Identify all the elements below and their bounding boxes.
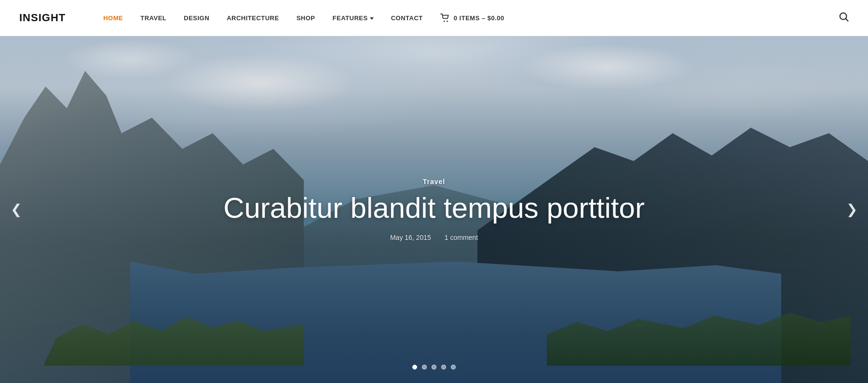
dot-4[interactable]: [441, 365, 446, 370]
slide-title[interactable]: Curabitur blandit tempus porttitor: [223, 192, 645, 224]
site-logo[interactable]: INSIGHT: [19, 12, 66, 24]
cart-icon: [440, 13, 450, 22]
slider-next-button[interactable]: ❯: [841, 196, 863, 224]
nav-item-home[interactable]: HOME: [95, 14, 132, 22]
slide-category: Travel: [223, 178, 645, 185]
cart-button[interactable]: 0 ITEMS – $0.00: [432, 13, 513, 22]
svg-point-1: [447, 21, 448, 22]
svg-point-2: [840, 13, 847, 20]
dot-2[interactable]: [422, 365, 427, 370]
svg-point-0: [444, 21, 445, 22]
nav-item-design[interactable]: DESIGN: [175, 14, 218, 22]
search-icon: [839, 12, 849, 22]
slide-date: May 16, 2015: [390, 234, 431, 241]
slider-prev-button[interactable]: ❮: [5, 196, 27, 224]
nav-item-contact[interactable]: CONTACT: [382, 14, 432, 22]
hero-slider: ❮ Travel Curabitur blandit tempus portti…: [0, 36, 868, 383]
slide-content: Travel Curabitur blandit tempus porttito…: [223, 178, 645, 241]
nav-item-travel[interactable]: TRAVEL: [132, 14, 175, 22]
slide-meta: May 16, 2015 1 comment: [223, 234, 645, 241]
dot-1[interactable]: [412, 365, 417, 370]
cart-label: 0 ITEMS – $0.00: [454, 14, 504, 22]
nav-item-features[interactable]: FEATURES: [324, 14, 382, 22]
slide-comment-count[interactable]: 1 comment: [445, 234, 478, 241]
search-button[interactable]: [830, 12, 849, 24]
nav-item-architecture[interactable]: ARCHITECTURE: [218, 14, 288, 22]
main-nav: HOME TRAVEL DESIGN ARCHITECTURE SHOP FEA…: [95, 13, 830, 22]
chevron-down-icon: [370, 17, 374, 20]
slider-dots: [412, 365, 456, 370]
svg-line-3: [846, 19, 848, 21]
nav-item-shop[interactable]: SHOP: [288, 14, 324, 22]
dot-5[interactable]: [451, 365, 456, 370]
dot-3[interactable]: [432, 365, 436, 370]
site-header: INSIGHT HOME TRAVEL DESIGN ARCHITECTURE …: [0, 0, 868, 36]
